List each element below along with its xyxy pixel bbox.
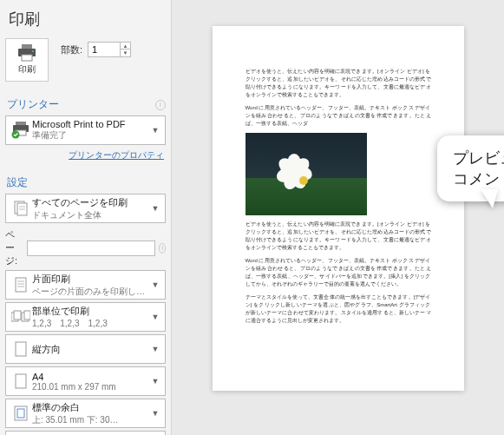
copies-input[interactable] <box>88 43 120 56</box>
doc-image <box>245 133 367 215</box>
doc-paragraph: Word に用意されているヘッダー、フッター、表紙、テキスト ボックス デザイン… <box>245 104 431 128</box>
pages-per-sheet-dropdown[interactable]: 1 ページ/枚 ▼ <box>5 431 166 435</box>
svg-rect-19 <box>24 311 30 320</box>
svg-point-7 <box>12 131 20 139</box>
doc-paragraph: ビデオを使うと、伝えたい内容を明確に表現できます。[オンライン ビデオ] をクリ… <box>245 221 431 252</box>
print-button[interactable]: 印刷 <box>5 38 49 82</box>
chevron-down-icon: ▼ <box>149 204 161 213</box>
annotation-bubble: プレビューから コメントが消えた <box>437 135 504 201</box>
printer-dropdown[interactable]: Microsoft Print to PDF 準備完了 ▼ <box>5 115 166 145</box>
doc-paragraph: Word に用意されているヘッダー、フッター、表紙、テキスト ボックス デザイン… <box>245 257 431 288</box>
portrait-icon <box>15 341 27 357</box>
info-icon[interactable]: i <box>159 243 166 254</box>
info-icon[interactable]: i <box>155 100 166 110</box>
spinner-down-icon[interactable]: ▼ <box>120 49 130 56</box>
page-range-input[interactable] <box>27 241 155 256</box>
chevron-down-icon: ▼ <box>149 409 161 418</box>
svg-rect-21 <box>16 374 26 388</box>
annotation-line: コメントが消えた <box>453 168 504 189</box>
collate-icon <box>11 309 30 325</box>
print-range-dropdown[interactable]: すべてのページを印刷 ドキュメント全体 ▼ <box>5 194 166 223</box>
doc-paragraph: テーマとスタイルを使って、文書全体の統一感を出すこともできます。[デザイン] を… <box>245 293 431 325</box>
collate-dropdown[interactable]: 部単位で印刷 1,2,3 1,2,3 1,2,3 ▼ <box>5 302 166 332</box>
single-side-icon <box>13 276 29 293</box>
printer-properties-link[interactable]: プリンターのプロパティ <box>5 149 164 161</box>
orientation-dropdown[interactable]: 縦方向 ▼ <box>5 334 166 364</box>
paper-icon <box>15 373 27 389</box>
printer-name: Microsoft Print to PDF <box>32 119 149 129</box>
svg-rect-4 <box>16 122 26 125</box>
chevron-down-icon: ▼ <box>149 126 161 135</box>
svg-point-2 <box>32 50 34 52</box>
sided-dropdown[interactable]: 片面印刷 ページの片面のみを印刷し… ▼ <box>5 270 166 300</box>
annotation-line: プレビューから <box>453 148 504 168</box>
page-range-row: ページ: i <box>5 228 166 267</box>
printer-ready-icon <box>11 122 30 139</box>
print-sidebar: 印刷 印刷 部数: ▲ ▼ プリンター i <box>0 0 172 435</box>
margins-dropdown[interactable]: 標準の余白 上: 35.01 mm 下: 30… ▼ <box>5 399 166 428</box>
printer-icon <box>16 44 37 62</box>
page-range-label: ページ: <box>5 228 23 267</box>
pages-icon <box>12 200 29 217</box>
copies-spinner[interactable]: ▲ ▼ <box>88 42 131 57</box>
printer-heading: プリンター i <box>7 97 166 112</box>
chevron-down-icon: ▼ <box>149 313 161 321</box>
settings-heading: 設定 <box>7 175 166 190</box>
chevron-down-icon: ▼ <box>149 377 161 386</box>
svg-rect-17 <box>14 311 21 320</box>
print-button-label: 印刷 <box>18 63 36 76</box>
print-preview-area: ビデオを使うと、伝えたい内容を明確に表現できます。[オンライン ビデオ] をクリ… <box>172 0 504 435</box>
svg-rect-20 <box>16 342 26 356</box>
chevron-down-icon: ▼ <box>149 280 161 289</box>
doc-paragraph: ビデオを使うと、伝えたい内容を明確に表現できます。[オンライン ビデオ] をクリ… <box>245 68 431 99</box>
preview-page: ビデオを使うと、伝えたい内容を明確に表現できます。[オンライン ビデオ] をクリ… <box>213 26 464 391</box>
chevron-down-icon: ▼ <box>149 345 161 353</box>
copies-group: 部数: ▲ ▼ <box>61 42 131 57</box>
svg-rect-12 <box>16 278 26 292</box>
copies-label: 部数: <box>61 43 82 56</box>
print-toolbar: 印刷 部数: ▲ ▼ <box>5 38 166 82</box>
spinner-up-icon[interactable]: ▲ <box>120 43 130 49</box>
svg-rect-3 <box>22 55 32 61</box>
paper-size-dropdown[interactable]: A4 210.01 mm x 297 mm ▼ <box>5 366 166 396</box>
printer-status: 準備完了 <box>32 129 149 142</box>
margins-icon <box>14 405 28 421</box>
svg-rect-22 <box>15 406 27 420</box>
svg-rect-0 <box>22 44 32 49</box>
page-title: 印刷 <box>9 9 162 30</box>
